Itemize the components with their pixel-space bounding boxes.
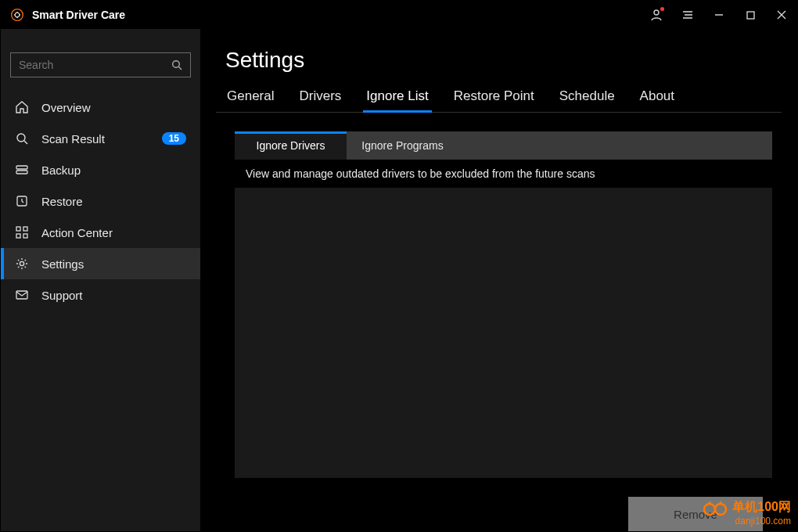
sidebar-item-label: Restore [41,195,186,208]
svg-point-4 [173,61,180,68]
svg-rect-3 [747,12,754,19]
tab-schedule[interactable]: Schedule [558,84,616,112]
mail-icon [15,288,29,302]
tab-restore-point[interactable]: Restore Point [452,84,536,112]
svg-rect-7 [16,171,27,174]
scan-result-badge: 15 [162,132,186,145]
main-content: Settings General Drivers Ignore List Res… [200,29,797,531]
grid-icon [15,225,29,239]
sidebar-item-label: Support [41,289,186,302]
maximize-icon [746,11,755,20]
titlebar: Smart Driver Care [1,1,797,29]
svg-rect-11 [16,234,20,238]
svg-point-13 [20,261,23,265]
app-logo-icon [10,8,24,22]
close-button[interactable] [766,1,797,29]
sidebar-item-backup[interactable]: Backup [1,154,200,185]
svg-rect-10 [23,227,27,231]
ignore-subtabs: Ignore Drivers Ignore Programs [235,131,772,160]
svg-point-2 [654,10,659,15]
backup-icon [15,163,29,177]
restore-icon [15,194,29,208]
home-icon [15,100,29,114]
minimize-icon [714,10,724,20]
account-button[interactable] [641,1,672,29]
settings-tabs: General Drivers Ignore List Restore Poin… [216,84,782,113]
titlebar-right [641,1,797,29]
ignore-list-panel: View and manage outdated drivers to be e… [235,160,772,478]
svg-point-0 [12,9,23,21]
sidebar-item-label: Settings [41,257,186,271]
sidebar-item-scan-result[interactable]: Scan Result 15 [1,123,200,154]
subtab-ignore-drivers[interactable]: Ignore Drivers [235,131,347,160]
titlebar-left: Smart Driver Care [10,8,125,22]
page-title: Settings [225,48,782,73]
scan-icon [15,131,29,146]
sidebar-item-action-center[interactable]: Action Center [1,217,200,248]
sidebar-nav: Overview Scan Result 15 Backup [1,92,200,311]
sidebar-item-restore[interactable]: Restore [1,185,200,217]
hamburger-icon [682,9,693,20]
tab-ignore-list[interactable]: Ignore List [365,84,430,112]
svg-rect-9 [16,227,20,231]
sidebar-item-label: Scan Result [41,132,149,146]
footer-actions: Remove [235,478,772,531]
tab-content: Ignore Drivers Ignore Programs View and … [235,131,772,531]
menu-button[interactable] [672,1,703,29]
sidebar-item-overview[interactable]: Overview [1,92,200,123]
gear-icon [15,257,29,271]
tab-about[interactable]: About [638,84,676,112]
sidebar-item-settings[interactable]: Settings [1,248,200,279]
maximize-button[interactable] [735,1,766,29]
tab-drivers[interactable]: Drivers [297,84,343,112]
notification-dot-icon [660,7,664,11]
tab-general[interactable]: General [225,84,275,112]
ignore-list-description: View and manage outdated drivers to be e… [235,160,772,188]
sidebar: Overview Scan Result 15 Backup [1,29,200,531]
minimize-button[interactable] [703,1,735,29]
subtab-ignore-programs[interactable]: Ignore Programs [347,131,458,160]
svg-rect-6 [16,166,27,169]
svg-rect-14 [16,291,27,299]
search-icon [171,59,182,70]
sidebar-item-support[interactable]: Support [1,279,200,311]
svg-rect-12 [23,234,27,238]
svg-point-5 [17,134,25,142]
sidebar-item-label: Backup [41,164,186,177]
search-input[interactable] [19,59,171,71]
app-title: Smart Driver Care [32,9,125,21]
sidebar-item-label: Overview [41,101,186,114]
sidebar-item-label: Action Center [41,226,186,239]
remove-button[interactable]: Remove [628,497,763,531]
svg-point-1 [15,13,20,17]
search-input-wrap[interactable] [10,52,191,77]
close-icon [777,10,786,20]
